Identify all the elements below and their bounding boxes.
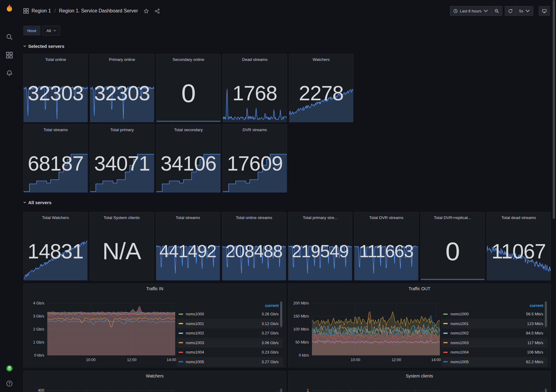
stat-panel-title[interactable]: Total secondary: [156, 128, 220, 132]
legend-swatch-icon[interactable]: [179, 352, 183, 353]
panel-title[interactable]: Traffic OUT: [288, 286, 551, 291]
help-icon[interactable]: ?: [6, 380, 13, 387]
row-selected-servers[interactable]: Selected servers: [23, 42, 556, 50]
legend-swatch-icon[interactable]: [443, 323, 448, 324]
legend-scrollbar-thumb[interactable]: [545, 389, 547, 392]
stat-panel-title[interactable]: Secondary online: [156, 57, 220, 62]
cycle-view-button[interactable]: [539, 6, 550, 16]
legend-swatch-icon[interactable]: [443, 342, 448, 343]
stat-panel-secondary-online: Secondary online0: [156, 54, 221, 122]
stat-panel-title[interactable]: Total DVR+replicat...: [421, 215, 484, 220]
zoom-out-button[interactable]: [491, 6, 502, 16]
page-scrollbar-thumb[interactable]: [553, 0, 555, 219]
legend-current-header[interactable]: current: [177, 301, 283, 309]
stat-panel-value: 34071: [90, 153, 154, 174]
user-avatar[interactable]: [6, 365, 13, 372]
y-axis-tick: 0 kb/s: [290, 353, 309, 357]
stat-panel-title[interactable]: Total Watchers: [24, 215, 87, 220]
grafana-logo[interactable]: [4, 3, 15, 15]
legend-swatch-icon[interactable]: [179, 333, 183, 334]
stat-panel-title[interactable]: Primary online: [90, 57, 154, 62]
legend-row: nsms10053.27 Gb/s: [177, 357, 283, 367]
legend: current: [441, 389, 548, 392]
legend-series-current: 123 Mb/s: [527, 321, 543, 326]
legend-swatch-icon[interactable]: [179, 361, 183, 362]
time-range-picker[interactable]: Last 6 hours: [450, 6, 492, 16]
stat-panel-title[interactable]: DVR streams: [223, 128, 287, 132]
x-axis-tick: 12:00: [392, 358, 401, 362]
stat-panel-title[interactable]: Total streams: [156, 215, 220, 220]
legend-series-name[interactable]: nsms1005: [186, 360, 204, 364]
stat-panel-title[interactable]: Total System clients: [90, 215, 153, 220]
stat-panel-title[interactable]: Total primary stre...: [288, 215, 352, 220]
legend-scrollbar-thumb[interactable]: [545, 301, 547, 327]
variable-host-value[interactable]: All: [42, 26, 60, 35]
legend-swatch-icon[interactable]: [179, 323, 183, 324]
legend-swatch-icon[interactable]: [443, 361, 448, 362]
stat-panel-title[interactable]: Total DVR streams: [354, 215, 418, 220]
legend-series-name[interactable]: nsms1000: [450, 312, 469, 316]
legend-series-name[interactable]: nsms1002: [186, 331, 204, 335]
svg-text:?: ?: [8, 381, 10, 386]
stat-panel-dvr-streams: DVR streams17609: [223, 124, 287, 193]
y-axis-tick: 1 Gb/s: [25, 340, 44, 344]
legend-current-header[interactable]: current: [177, 389, 283, 392]
legend-series-current: 106 Mb/s: [527, 350, 543, 354]
stat-panel-value: 11067: [487, 241, 551, 261]
legend-swatch-icon[interactable]: [179, 342, 183, 343]
legend-series-name[interactable]: nsms1003: [186, 341, 204, 345]
legend-series-current: 3.27 Gb/s: [262, 360, 279, 364]
legend-current-header[interactable]: current: [441, 301, 548, 309]
stat-panel-title[interactable]: Total streams: [24, 128, 88, 132]
legend-swatch-icon[interactable]: [443, 314, 448, 315]
legend-series-name[interactable]: nsms1001: [186, 321, 204, 326]
panel-title[interactable]: System clients: [288, 374, 551, 378]
refresh-button[interactable]: [505, 6, 516, 16]
stat-panel-value: 1768: [223, 83, 287, 103]
chevron-down-icon: [53, 30, 56, 32]
legend-swatch-icon[interactable]: [179, 314, 183, 315]
legend-swatch-icon[interactable]: [443, 352, 448, 353]
stat-panel-title[interactable]: Watchers: [289, 57, 353, 62]
panel-traffic-out: Traffic OUT 0 kb/s50 Mb/s100 Mb/s150 Mb/…: [288, 284, 551, 367]
legend-swatch-icon[interactable]: [443, 333, 448, 334]
stat-panel-title[interactable]: Total online: [24, 57, 88, 62]
apps-grid-icon: [23, 8, 29, 14]
panel-title[interactable]: Watchers: [24, 374, 286, 378]
share-icon[interactable]: [155, 8, 160, 14]
search-icon[interactable]: [6, 33, 13, 41]
panel-watchers: Watchers 400current: [23, 371, 286, 392]
legend-series-name[interactable]: nsms1004: [450, 350, 469, 354]
legend-series-name[interactable]: nsms1005: [450, 360, 469, 364]
breadcrumb: Region 1 / Region 1. Service Dashboard S…: [23, 8, 160, 14]
variable-host-label[interactable]: Host: [23, 26, 40, 35]
star-icon[interactable]: [144, 8, 149, 14]
refresh-interval-picker[interactable]: 5s: [516, 6, 533, 16]
stat-panel-total-online: Total online32303: [23, 54, 88, 122]
breadcrumb-separator: /: [54, 8, 55, 14]
breadcrumb-folder[interactable]: Region 1: [32, 8, 51, 14]
stat-panel-title[interactable]: Dead streams: [223, 57, 287, 62]
legend-series-name[interactable]: nsms1001: [450, 321, 469, 326]
legend-series-current: 3.27 Gb/s: [262, 331, 279, 335]
stat-panel-title[interactable]: Total online streams: [222, 215, 286, 220]
y-axis-tick: 200 Mb/s: [290, 301, 309, 305]
stat-panel-total-online-streams: Total online streams208488: [222, 212, 286, 281]
legend-series-name[interactable]: nsms1002: [450, 331, 469, 335]
alerting-bell-icon[interactable]: [6, 70, 13, 77]
stat-panel-value: 219549: [288, 242, 352, 260]
stat-panel-value: 68187: [24, 153, 88, 174]
dashboards-icon[interactable]: [6, 51, 13, 59]
legend-series-name[interactable]: nsms1003: [450, 341, 469, 345]
legend-series-name[interactable]: nsms1004: [186, 350, 204, 354]
row-all-servers[interactable]: All servers: [23, 199, 556, 206]
panel-title[interactable]: Traffic IN: [24, 286, 286, 291]
legend-series-name[interactable]: nsms1000: [186, 312, 204, 316]
refresh-interval-label: 5s: [519, 9, 523, 13]
legend-current-header[interactable]: current: [441, 389, 548, 392]
legend: current: [177, 389, 283, 392]
legend-scrollbar-thumb[interactable]: [280, 301, 282, 327]
stat-panel-title[interactable]: Total primary: [90, 128, 154, 132]
legend-scrollbar-thumb[interactable]: [280, 389, 282, 392]
stat-panel-title[interactable]: Total dead streams: [487, 215, 551, 220]
